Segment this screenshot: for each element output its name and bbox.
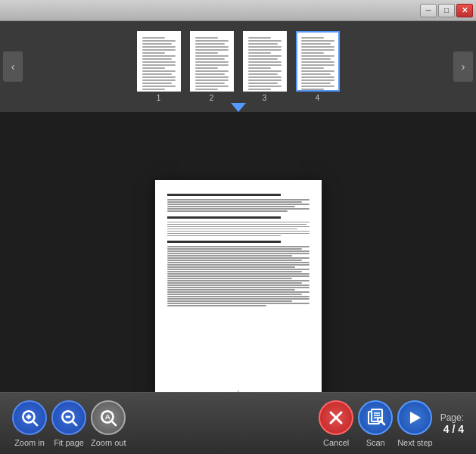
svg-marker-19 (410, 412, 421, 424)
doc-section-title-3 (167, 241, 281, 243)
thumb-number-2: 2 (210, 94, 214, 102)
thumb-image-2 (190, 31, 234, 92)
strip-nav-right[interactable]: › (453, 51, 473, 82)
thumbnail-4[interactable]: 4 (296, 31, 340, 102)
strip-nav-left[interactable]: ‹ (3, 51, 23, 82)
thumbnail-2[interactable]: 2 (190, 31, 234, 102)
page-label: Page: (440, 412, 464, 423)
thumbnail-1[interactable]: 1 (137, 31, 181, 102)
doc-section-title-2 (167, 216, 281, 219)
zoom-in-icon (12, 400, 47, 435)
fit-page-button[interactable]: Fit page (51, 400, 86, 447)
doc-text-block-2 (167, 222, 310, 237)
doc-section-title-1 (167, 194, 281, 196)
thumb-number-3: 3 (263, 94, 267, 102)
scan-button[interactable]: Scan (358, 400, 393, 447)
zoom-controls: Zoom in Fit page A Zoom out (12, 400, 126, 447)
next-step-label: Next step (397, 438, 432, 447)
zoom-in-button[interactable]: Zoom in (12, 400, 47, 447)
zoom-out-icon: A (91, 400, 126, 435)
thumbnail-3[interactable]: 3 (243, 31, 287, 102)
scan-icon (358, 400, 393, 435)
fit-page-label: Fit page (54, 438, 84, 447)
svg-line-5 (73, 421, 77, 425)
page-number: 4 / 4 (443, 423, 464, 435)
zoom-in-label: Zoom in (14, 438, 45, 447)
thumb-image-4 (296, 31, 340, 92)
page-info: Page: 4 / 4 (440, 412, 464, 435)
next-step-button[interactable]: Next step (397, 400, 432, 447)
close-button[interactable]: ✕ (456, 4, 473, 17)
doc-text-block-3 (167, 246, 310, 306)
title-bar-buttons: ─ □ ✕ (420, 4, 473, 17)
minimize-button[interactable]: ─ (420, 4, 437, 17)
cancel-icon (319, 400, 353, 435)
title-bar: ─ □ ✕ (0, 0, 476, 21)
thumb-number-1: 1 (157, 94, 161, 102)
cancel-button[interactable]: Cancel (319, 400, 353, 447)
active-thumb-indicator (231, 103, 246, 112)
document-preview: 4 (155, 180, 322, 400)
svg-line-1 (33, 421, 38, 425)
zoom-out-button[interactable]: A Zoom out (91, 400, 126, 447)
zoom-out-label: Zoom out (91, 438, 126, 447)
next-step-icon (397, 400, 432, 435)
doc-text-block-1 (167, 199, 310, 212)
thumb-number-4: 4 (316, 94, 320, 102)
thumbnails-container: 1 (23, 31, 453, 102)
svg-line-8 (112, 421, 117, 425)
thumb-image-3 (243, 31, 287, 92)
action-controls: Cancel Scan Next (319, 400, 432, 447)
thumb-image-1 (137, 31, 181, 92)
maximize-button[interactable]: □ (438, 4, 455, 17)
fit-page-icon (51, 400, 86, 435)
cancel-label: Cancel (323, 438, 349, 447)
scan-label: Scan (366, 438, 385, 447)
bottom-toolbar: Zoom in Fit page A Zoom out (0, 392, 476, 454)
thumbnail-strip: ‹ (0, 21, 476, 112)
svg-text:A: A (105, 412, 110, 421)
